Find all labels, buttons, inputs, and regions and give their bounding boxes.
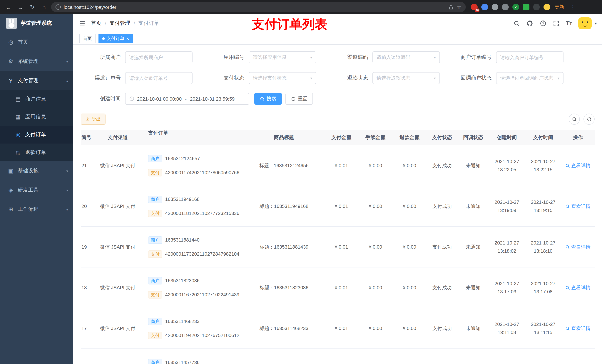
date-end-value: 2021-10-31 23:59:59 bbox=[190, 96, 235, 102]
close-icon[interactable]: × bbox=[126, 36, 129, 41]
channel-code-filter-label: 渠道编码 bbox=[328, 54, 372, 61]
th-pay-amount: 支付金额 bbox=[324, 130, 358, 145]
main-area: 首页 / 支付管理 / 支付订单 支付订单列表 bbox=[73, 14, 602, 364]
table-header: 编号 支付渠道 支付订单 商品标题 支付金额 手续金额 退款金额 支付状态 回调… bbox=[81, 130, 595, 145]
sidebar-item-home[interactable]: ◷ 首页 bbox=[0, 32, 73, 52]
view-detail-link[interactable]: 查看详情 bbox=[565, 161, 591, 170]
th-notify-status: 回调状态 bbox=[458, 130, 489, 145]
document-icon: ▨ bbox=[15, 149, 22, 156]
view-detail-link[interactable]: 查看详情 bbox=[565, 324, 591, 332]
merchant-order-input[interactable] bbox=[496, 52, 563, 63]
browser-home-icon[interactable]: ⌂ bbox=[39, 2, 49, 12]
pay-badge: 支付 bbox=[148, 291, 162, 298]
cell-pay-amount: ¥ 0.01 bbox=[324, 268, 358, 308]
cell-id bbox=[81, 349, 96, 364]
sidebar-subitem-pay-order[interactable]: ◎ 支付订单 bbox=[0, 126, 73, 144]
help-icon[interactable] bbox=[540, 20, 546, 27]
cell-title: 标题：1635311881439 bbox=[244, 227, 324, 267]
extension-check-icon[interactable]: ✓ bbox=[512, 4, 519, 10]
user-avatar[interactable] bbox=[579, 17, 592, 29]
pay-status-filter-label: 支付状态 bbox=[204, 75, 249, 81]
filter-row-3: 创建时间 2021-10-01 00:00:00 - 2021-10-31 23… bbox=[81, 93, 595, 105]
channel-code-select[interactable]: 请输入渠道编码 ▾ bbox=[372, 52, 440, 63]
extension-dark-icon[interactable] bbox=[533, 4, 540, 10]
app-title: 芋道管理系统 bbox=[21, 20, 52, 27]
merchant-select[interactable] bbox=[125, 52, 193, 63]
create-time-filter-label: 创建时间 bbox=[81, 95, 125, 102]
chevron-down-icon: ▾ bbox=[66, 59, 68, 63]
fullscreen-icon[interactable] bbox=[553, 20, 559, 26]
th-title: 商品标题 bbox=[244, 130, 324, 145]
sidebar-subitem-merchant-info[interactable]: ▤ 商户信息 bbox=[0, 90, 73, 108]
extension-smiley-icon[interactable] bbox=[544, 4, 550, 10]
table-refresh-button[interactable] bbox=[583, 114, 595, 125]
refund-status-select[interactable]: 请选择退款状态 ▾ bbox=[372, 72, 440, 84]
channel-order-input[interactable] bbox=[125, 72, 193, 84]
app-shell: 芋道管理系统 ◷ 首页 ⚙ 系统管理 ▾ ¥ 支付管理 ▴ ▤ 商户信息 bbox=[0, 14, 602, 364]
merchant-filter-label: 所属商户 bbox=[81, 54, 125, 61]
cell-pay-status: 支付成功 bbox=[427, 227, 458, 267]
cell-id: 20 bbox=[81, 186, 96, 226]
sidebar-subitem-refund-order[interactable]: ▨ 退款订单 bbox=[0, 144, 73, 161]
cell-pay-order: 商户 1635311468233 支付 42000011942021102767… bbox=[140, 308, 244, 348]
cell-title: 标题：1635311949168 bbox=[244, 186, 324, 226]
cell-channel: 微信 JSAPI 支付 bbox=[96, 186, 140, 226]
cell-actions: 查看详情 bbox=[561, 349, 595, 364]
extension-globe-icon[interactable] bbox=[492, 4, 498, 10]
site-info-icon[interactable]: i bbox=[55, 4, 61, 10]
hamburger-icon[interactable] bbox=[73, 20, 91, 27]
view-detail-link[interactable]: 查看详情 bbox=[565, 202, 591, 210]
browser-forward-icon[interactable]: → bbox=[16, 2, 25, 12]
cell-actions: 查看详情 bbox=[561, 308, 595, 348]
view-detail-link[interactable]: 查看详情 bbox=[565, 283, 591, 292]
chevron-down-icon: ▾ bbox=[310, 76, 312, 80]
cell-fee-amount: ¥ 0.00 bbox=[358, 268, 392, 308]
extension-circle-icon[interactable] bbox=[502, 4, 509, 10]
date-range-picker[interactable]: 2021-10-01 00:00:00 - 2021-10-31 23:59:5… bbox=[125, 93, 249, 105]
sidebar-subitem-app-info[interactable]: ▦ 应用信息 bbox=[0, 108, 73, 126]
extension-chat-icon[interactable] bbox=[523, 4, 529, 10]
sidebar: 芋道管理系统 ◷ 首页 ⚙ 系统管理 ▾ ¥ 支付管理 ▴ ▤ 商户信息 bbox=[0, 14, 73, 364]
browser-back-icon[interactable]: ← bbox=[4, 2, 13, 12]
export-button[interactable]: 导出 bbox=[81, 114, 106, 125]
sidebar-item-workflow[interactable]: ⊞ 工作流程 ▾ bbox=[0, 200, 73, 219]
view-detail-link[interactable]: 查看详情 bbox=[565, 243, 591, 251]
breadcrumb-home[interactable]: 首页 bbox=[91, 20, 101, 27]
sidebar-item-system[interactable]: ⚙ 系统管理 ▾ bbox=[0, 52, 73, 71]
cell-fee-amount: ¥ 0.00 bbox=[358, 308, 392, 348]
extension-puzzle-icon[interactable]: 10 bbox=[471, 4, 478, 10]
address-bar[interactable]: i localhost:1024/pay/order ☆ bbox=[51, 2, 466, 12]
tab-pay-order[interactable]: 支付订单 × bbox=[98, 34, 133, 43]
cell-actions: 查看详情 bbox=[561, 186, 595, 226]
chevron-down-icon[interactable]: ▾ bbox=[595, 21, 597, 26]
search-button[interactable]: 搜索 bbox=[254, 93, 282, 105]
cell-pay-order: 商户 1635311949168 支付 42000011812021102777… bbox=[140, 186, 244, 226]
sidebar-item-infrastructure[interactable]: ▣ 基础设施 ▾ bbox=[0, 161, 73, 180]
app-select[interactable]: 请选择应用信息 ▾ bbox=[249, 52, 316, 63]
cell-pay-status: 支付成功 bbox=[427, 186, 458, 226]
github-icon[interactable] bbox=[526, 20, 533, 27]
cell-pay-status: 支付成功 bbox=[427, 308, 458, 348]
browser-update-button[interactable]: 更新 bbox=[555, 4, 564, 10]
reset-button[interactable]: 重置 bbox=[285, 93, 313, 105]
tab-home[interactable]: 首页 bbox=[79, 34, 96, 43]
sidebar-item-payment[interactable]: ¥ 支付管理 ▴ bbox=[0, 71, 73, 90]
cell-notify-status: 未通知 bbox=[458, 227, 489, 267]
share-icon[interactable] bbox=[449, 4, 454, 10]
sidebar-item-devtools[interactable]: ◈ 研发工具 ▾ bbox=[0, 180, 73, 200]
cell-actions: 查看详情 bbox=[561, 268, 595, 308]
th-id: 编号 bbox=[81, 130, 96, 145]
browser-reload-icon[interactable]: ↻ bbox=[27, 2, 37, 12]
breadcrumb-payment[interactable]: 支付管理 bbox=[110, 20, 130, 27]
table-search-toggle-button[interactable] bbox=[569, 114, 580, 125]
pay-status-select[interactable]: 请选择支付状态 ▾ bbox=[249, 72, 316, 84]
browser-menu-icon[interactable]: ⋮ bbox=[569, 4, 577, 10]
date-start-value: 2021-10-01 00:00:00 bbox=[137, 96, 182, 102]
search-icon[interactable] bbox=[513, 20, 520, 26]
font-size-icon[interactable]: TT bbox=[566, 20, 572, 27]
cell-id: 19 bbox=[81, 227, 96, 267]
callback-status-select[interactable]: 请选择订单回调商户状态 ▾ bbox=[496, 72, 563, 84]
cell-notify-status: 未通知 bbox=[458, 186, 489, 226]
bookmark-star-icon[interactable]: ☆ bbox=[457, 4, 461, 10]
extension-drop-icon[interactable] bbox=[481, 4, 488, 10]
